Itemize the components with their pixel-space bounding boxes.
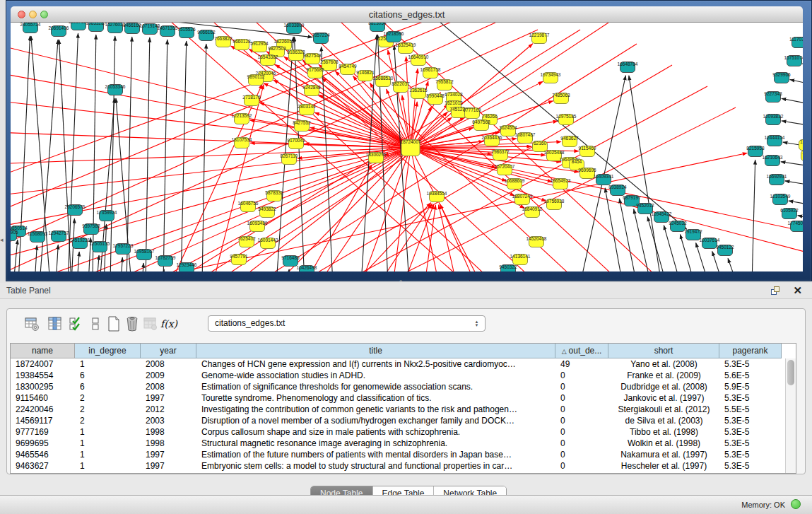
- table-cell[interactable]: Disruption of a novel member of a sodium…: [196, 415, 555, 426]
- column-header-pagerank[interactable]: pagerank: [719, 344, 782, 358]
- column-header-out_de[interactable]: △out_de...: [555, 344, 608, 358]
- table-cell[interactable]: 5.3E-5: [719, 426, 782, 438]
- table-cell[interactable]: Tibbo et al. (1998): [608, 426, 719, 438]
- close-panel-icon[interactable]: ✕: [793, 284, 802, 297]
- column-visibility-button[interactable]: [46, 315, 64, 333]
- create-column-button[interactable]: [105, 315, 123, 333]
- table-cell[interactable]: de Silva et al. (2003): [608, 415, 719, 426]
- table-cell[interactable]: 1997: [141, 460, 196, 472]
- table-cell[interactable]: 2003: [141, 415, 196, 426]
- west-panel-collapse-arrow[interactable]: ◂: [0, 235, 6, 245]
- table-cell[interactable]: 0: [555, 426, 608, 438]
- memory-ok-indicator[interactable]: [791, 499, 801, 509]
- table-cell[interactable]: 1: [75, 449, 141, 460]
- table-cell[interactable]: Hescheler et al. (1997): [608, 460, 719, 472]
- table-cell[interactable]: 5.3E-5: [719, 415, 782, 426]
- table-cell[interactable]: 6: [75, 381, 141, 392]
- table-cell[interactable]: 0: [555, 438, 608, 449]
- table-row[interactable]: 946554611997Estimation of the future num…: [11, 449, 796, 460]
- table-scrollbar[interactable]: [785, 358, 796, 473]
- clear-selection-button[interactable]: [86, 315, 105, 333]
- table-cell[interactable]: Genome-wide association studies in ADHD.: [196, 370, 555, 381]
- table-cell[interactable]: 0: [555, 449, 608, 460]
- table-cell[interactable]: 1997: [141, 449, 196, 460]
- column-header-year[interactable]: year: [141, 344, 196, 358]
- table-cell[interactable]: 9115460: [11, 392, 75, 404]
- table-cell[interactable]: 1998: [141, 426, 196, 438]
- table-select-combobox[interactable]: citations_edges.txt ▲▼: [208, 315, 486, 332]
- table-cell[interactable]: Nakamura et al. (1997): [608, 449, 719, 460]
- table-cell[interactable]: Dudbridge et al. (2008): [608, 381, 719, 392]
- table-cell[interactable]: 2009: [141, 370, 196, 381]
- table-cell[interactable]: 5.9E-5: [719, 381, 782, 392]
- table-cell[interactable]: 5.3E-5: [719, 460, 782, 472]
- table-cell[interactable]: 9699695: [11, 438, 75, 449]
- table-cell[interactable]: 1: [75, 426, 141, 438]
- table-cell[interactable]: 2008: [141, 381, 196, 392]
- table-cell[interactable]: 49: [555, 358, 608, 370]
- table-cell[interactable]: 9777169: [11, 426, 75, 438]
- table-cell[interactable]: 5.3E-5: [719, 392, 782, 404]
- table-cell[interactable]: Yano et al. (2008): [608, 358, 719, 370]
- table-cell[interactable]: 5.5E-5: [719, 404, 782, 415]
- table-cell[interactable]: Structural magnetic resonance image aver…: [196, 438, 555, 449]
- table-cell[interactable]: 0: [555, 370, 608, 381]
- table-cell[interactable]: Estimation of significance thresholds fo…: [196, 381, 555, 392]
- table-cell[interactable]: 0: [555, 460, 608, 472]
- delete-table-button[interactable]: [123, 315, 141, 333]
- scrollbar-thumb[interactable]: [787, 360, 794, 385]
- table-cell[interactable]: 0: [555, 392, 608, 404]
- table-cell[interactable]: Wolkin et al. (1998): [608, 438, 719, 449]
- table-cell[interactable]: 1998: [141, 438, 196, 449]
- table-options-button[interactable]: [23, 315, 41, 333]
- table-cell[interactable]: 22420046: [11, 404, 75, 415]
- table-cell[interactable]: 2012: [141, 404, 196, 415]
- table-cell[interactable]: Estimation of the future numbers of pati…: [196, 449, 555, 460]
- table-cell[interactable]: Changes of HCN gene expression and I(f) …: [196, 358, 555, 370]
- table-cell[interactable]: 5.3E-5: [719, 358, 782, 370]
- column-header-title[interactable]: title: [196, 344, 555, 358]
- table-row[interactable]: 946362711997Embryonic stem cells: a mode…: [11, 460, 796, 472]
- table-cell[interactable]: 18724007: [11, 358, 75, 370]
- network-canvas[interactable]: 1872400776638229660128591295418226058982…: [11, 23, 803, 271]
- table-cell[interactable]: 2: [75, 415, 141, 426]
- table-cell[interactable]: 1: [75, 358, 141, 370]
- table-cell[interactable]: 18300295: [11, 381, 75, 392]
- column-header-name[interactable]: name: [11, 344, 75, 358]
- table-cell[interactable]: 9463627: [11, 460, 75, 472]
- column-header-short[interactable]: short: [608, 344, 719, 358]
- table-cell[interactable]: 19384554: [11, 370, 75, 381]
- table-cell[interactable]: 14569117: [11, 415, 75, 426]
- table-row[interactable]: 1830029562008Estimation of significance …: [11, 381, 796, 392]
- table-row[interactable]: 2242004622012Investigating the contribut…: [11, 404, 796, 415]
- table-cell[interactable]: 5.6E-5: [719, 370, 782, 381]
- table-cell[interactable]: 0: [555, 381, 608, 392]
- table-cell[interactable]: 5.3E-5: [719, 438, 782, 449]
- table-cell[interactable]: Investigating the contribution of common…: [196, 404, 555, 415]
- table-cell[interactable]: Tourette syndrome. Phenomenology and cla…: [196, 392, 555, 404]
- table-row[interactable]: 977716911998Corpus callosum shape and si…: [11, 426, 796, 438]
- table-cell[interactable]: 1997: [141, 392, 196, 404]
- table-cell[interactable]: 9465546: [11, 449, 75, 460]
- network-node[interactable]: [71, 23, 86, 30]
- table-cell[interactable]: 5.3E-5: [719, 449, 782, 460]
- table-cell[interactable]: Embryonic stem cells: a model to study s…: [196, 460, 555, 472]
- column-header-in_degree[interactable]: in_degree: [75, 344, 141, 358]
- table-row[interactable]: 969969511998Structural magnetic resonanc…: [11, 438, 796, 449]
- table-cell[interactable]: 0: [555, 415, 608, 426]
- table-cell[interactable]: Stergiakouli et al. (2012): [608, 404, 719, 415]
- float-panel-icon[interactable]: [770, 285, 782, 297]
- table-row[interactable]: 1456911722003Disruption of a novel membe…: [11, 415, 796, 426]
- panel-splitter-handle[interactable]: ⌃: [396, 281, 406, 285]
- table-cell[interactable]: Jankovic et al. (1997): [608, 392, 719, 404]
- table-cell[interactable]: 0: [555, 404, 608, 415]
- table-cell[interactable]: 6: [75, 370, 141, 381]
- table-row[interactable]: 1938455462009Genome-wide association stu…: [11, 370, 796, 381]
- table-cell[interactable]: 1: [75, 438, 141, 449]
- select-rows-button[interactable]: [66, 315, 85, 333]
- table-cell[interactable]: 1: [75, 460, 141, 472]
- table-row[interactable]: 1872400712008Changes of HCN gene express…: [11, 358, 796, 370]
- window-titlebar[interactable]: citations_edges.txt: [11, 6, 803, 23]
- table-cell[interactable]: 2: [75, 404, 141, 415]
- table-cell[interactable]: Corpus callosum shape and size in male p…: [196, 426, 555, 438]
